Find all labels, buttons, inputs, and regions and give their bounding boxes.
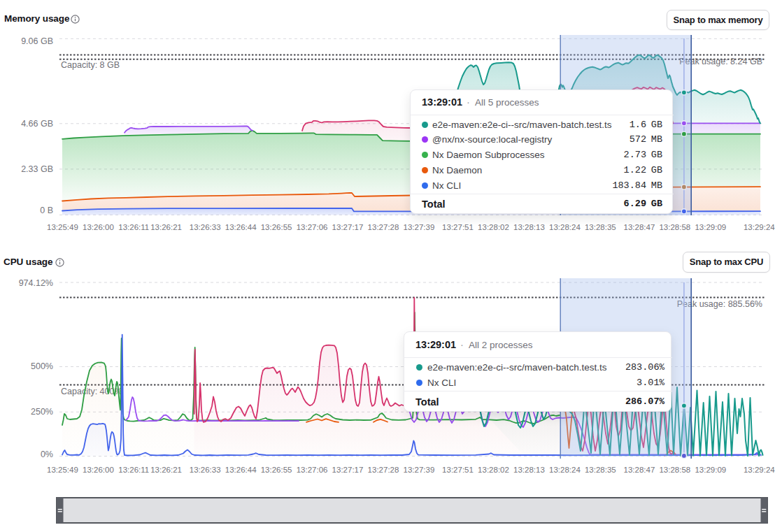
svg-text:13:25:49: 13:25:49	[47, 223, 78, 231]
svg-text:13:29:09: 13:29:09	[695, 223, 726, 231]
svg-text:250%: 250%	[31, 407, 53, 417]
svg-text:13:28:02: 13:28:02	[478, 466, 509, 474]
svg-text:13:27:06: 13:27:06	[297, 466, 328, 474]
svg-text:13:26:00: 13:26:00	[83, 466, 114, 474]
svg-text:13:29:09: 13:29:09	[695, 466, 726, 474]
svg-text:13:27:28: 13:27:28	[368, 223, 399, 231]
svg-text:13:26:00: 13:26:00	[83, 223, 114, 231]
svg-text:13:27:28: 13:27:28	[368, 466, 399, 474]
svg-text:4.66 GB: 4.66 GB	[21, 119, 53, 129]
svg-text:13:26:55: 13:26:55	[261, 466, 292, 474]
svg-text:13:26:21: 13:26:21	[150, 223, 182, 231]
svg-text:13:28:47: 13:28:47	[624, 223, 655, 231]
svg-text:13:26:33: 13:26:33	[190, 223, 221, 231]
svg-text:13:27:17: 13:27:17	[332, 223, 364, 231]
svg-text:974.12%: 974.12%	[19, 278, 53, 288]
svg-text:13:28:58: 13:28:58	[659, 466, 690, 474]
svg-text:13:27:51: 13:27:51	[442, 466, 474, 474]
svg-text:13:27:51: 13:27:51	[442, 223, 474, 231]
svg-text:500%: 500%	[31, 361, 53, 371]
svg-text:13:28:13: 13:28:13	[513, 466, 545, 474]
svg-text:13:25:49: 13:25:49	[47, 466, 78, 474]
svg-text:13:28:58: 13:28:58	[659, 223, 690, 231]
svg-text:9.06 GB: 9.06 GB	[21, 36, 53, 46]
svg-text:13:27:39: 13:27:39	[404, 223, 435, 231]
svg-text:13:26:11: 13:26:11	[118, 223, 149, 231]
svg-text:13:26:44: 13:26:44	[225, 466, 257, 474]
svg-text:13:27:17: 13:27:17	[332, 466, 364, 474]
svg-text:0 B: 0 B	[40, 206, 53, 215]
svg-text:13:26:55: 13:26:55	[261, 223, 292, 231]
svg-text:13:28:35: 13:28:35	[585, 223, 616, 231]
svg-text:13:28:47: 13:28:47	[624, 466, 655, 474]
svg-text:13:26:33: 13:26:33	[190, 466, 221, 474]
svg-text:13:29:24: 13:29:24	[744, 223, 775, 231]
svg-text:13:28:35: 13:28:35	[585, 466, 616, 474]
svg-text:13:27:06: 13:27:06	[297, 223, 328, 231]
svg-text:13:26:44: 13:26:44	[225, 223, 257, 231]
svg-text:13:26:11: 13:26:11	[118, 466, 149, 474]
svg-text:13:27:39: 13:27:39	[404, 466, 435, 474]
svg-text:Capacity: 8 GB: Capacity: 8 GB	[61, 60, 120, 70]
svg-text:0%: 0%	[41, 450, 53, 459]
svg-text:13:28:24: 13:28:24	[549, 223, 581, 231]
svg-text:13:28:02: 13:28:02	[478, 223, 509, 231]
svg-text:13:28:24: 13:28:24	[549, 466, 581, 474]
svg-text:2.33 GB: 2.33 GB	[21, 164, 53, 174]
svg-text:13:29:24: 13:29:24	[744, 466, 775, 474]
svg-text:13:26:21: 13:26:21	[150, 466, 182, 474]
svg-text:13:28:13: 13:28:13	[513, 223, 545, 231]
